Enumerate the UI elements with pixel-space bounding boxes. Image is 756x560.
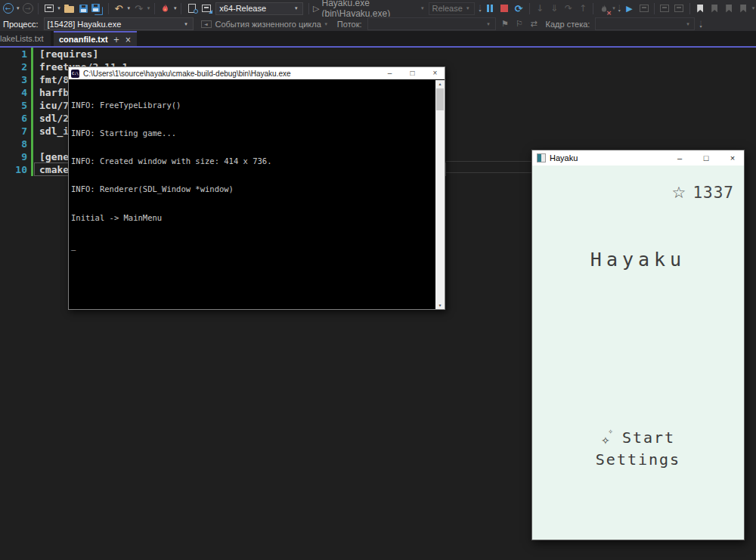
tab-cmakelists[interactable]: lakeLists.txt [0, 31, 51, 46]
swap-icon: ⇄ [530, 19, 537, 29]
scroll-down-icon[interactable]: ▾ [435, 302, 445, 309]
line-number: 6 [0, 113, 27, 124]
show-next-statement-icon: ↓ [536, 3, 544, 14]
minimize-button[interactable]: – [380, 67, 399, 79]
flag-threads-button[interactable]: ⚑ [499, 17, 512, 31]
console-scrollbar[interactable]: ▴ ▾ [435, 80, 445, 309]
tab-label: conanfile.txt [59, 35, 108, 44]
menu-item-start[interactable]: ✧ ✧ Start [601, 429, 675, 447]
undo-button[interactable]: ↶ [112, 2, 125, 15]
close-icon[interactable]: × [125, 36, 131, 44]
step-over-button[interactable]: ↷ [562, 2, 575, 15]
previous-bookmark-button[interactable] [708, 2, 721, 15]
save-button[interactable] [77, 2, 90, 15]
breakpoint-tool-button[interactable] [658, 2, 671, 15]
chevron-down-icon[interactable]: ▾ [611, 5, 616, 11]
solution-config-combo[interactable]: x64-Release ▾ [215, 2, 303, 15]
navigate-forward-button[interactable]: → [21, 2, 34, 15]
find-in-files-button[interactable] [185, 2, 198, 15]
console-cursor: _ [71, 241, 435, 250]
pause-button[interactable] [484, 2, 497, 15]
close-button[interactable]: × [721, 150, 744, 166]
scrollbar-thumb[interactable] [436, 88, 444, 110]
app-icon [537, 153, 546, 162]
flag-current-thread-button[interactable]: ⚐ [513, 17, 526, 31]
breakpoint-window-icon [660, 5, 669, 12]
lifecycle-events-button[interactable]: ◄ [200, 17, 213, 31]
separator [181, 3, 181, 14]
stop-button[interactable] [498, 2, 511, 15]
chevron-down-icon[interactable]: ▾ [56, 5, 61, 11]
process-combo[interactable]: [15428] Hayaku.exe ▾ [44, 17, 194, 30]
new-window-button[interactable] [42, 2, 55, 15]
scroll-up-icon[interactable]: ▴ [435, 80, 445, 88]
chevron-down-icon[interactable]: ▾ [15, 5, 20, 11]
line-number: 10 [0, 164, 27, 175]
toggle-suppress-button[interactable]: ⇄ [528, 17, 541, 31]
editor-line[interactable]: 1[requires] [0, 48, 559, 60]
next-bookmark-button[interactable] [723, 2, 736, 15]
ide-window: ← ▾ → ▾ ↶ ▾ ↷ ▾ [0, 0, 756, 560]
minimize-button[interactable]: – [668, 150, 691, 166]
diagnostics-button[interactable] [637, 2, 650, 15]
bookmark-next-icon [726, 5, 732, 13]
run-to-cursor-button[interactable]: ▶ [623, 2, 636, 15]
close-button[interactable]: × [426, 67, 445, 79]
apply-code-changes-button[interactable]: × [597, 2, 610, 15]
line-text: sdl_i [39, 125, 69, 137]
console-output[interactable]: INFO: FreeTypeLibrary() INFO: Starting g… [69, 80, 435, 309]
line-number: 1 [0, 48, 27, 60]
hot-reload-button[interactable] [159, 2, 172, 15]
open-file-button[interactable] [63, 2, 76, 15]
line-number: 9 [0, 151, 27, 162]
chevron-down-icon[interactable]: ▾ [172, 5, 178, 11]
chevron-down-icon: ▾ [464, 5, 471, 11]
tab-conanfile[interactable]: conanfile.txt + × [54, 31, 137, 46]
chevron-down-icon[interactable]: ▾ [323, 21, 330, 27]
step-into-button[interactable]: ⇓ [547, 2, 560, 15]
build-config-value: Release [432, 4, 465, 13]
star-icon: ☆ [672, 184, 686, 202]
save-icon [79, 5, 88, 13]
toggle-bookmark-button[interactable] [694, 2, 707, 15]
solution-explorer-sync-button[interactable] [200, 2, 212, 15]
restart-icon: ⟳ [515, 3, 523, 14]
bookmark-clear-icon [740, 5, 746, 13]
pin-icon[interactable]: + [113, 36, 119, 44]
change-gutter [31, 60, 33, 73]
memory-tool-button[interactable] [673, 2, 686, 15]
redo-button[interactable]: ↷ [132, 2, 145, 15]
clear-bookmarks-button[interactable] [737, 2, 750, 15]
show-next-statement-button[interactable]: ↓ [533, 2, 546, 15]
chevron-down-icon[interactable]: ▾ [125, 5, 131, 11]
toolbar-standard: ← ▾ → ▾ ↶ ▾ ↷ ▾ [0, 0, 756, 17]
new-window-icon [45, 5, 54, 12]
stack-frame-combo[interactable]: ▾ [595, 17, 695, 30]
toolbar-overflow[interactable]: ⋮ ▾ [697, 20, 704, 28]
toolbar-overflow[interactable]: ⋮ ▾ [477, 5, 482, 12]
start-debug-button[interactable]: ▷ Hayaku.exe (bin\Hayaku.exe) ▾ [313, 2, 426, 15]
save-all-button[interactable] [91, 2, 104, 15]
maximize-button[interactable]: □ [695, 150, 717, 166]
build-config-combo[interactable]: Release ▾ [429, 2, 476, 15]
navigate-forward-icon: → [23, 3, 33, 14]
restart-button[interactable]: ⟳ [513, 2, 525, 15]
separator [108, 3, 109, 14]
maximize-button[interactable]: □ [403, 67, 422, 79]
thread-combo[interactable]: ▾ [367, 17, 496, 30]
process-label: Процесс: [3, 20, 39, 29]
chevron-down-icon[interactable]: ▾ [751, 5, 756, 11]
menu-item-settings[interactable]: Settings [596, 450, 680, 469]
line-number: 3 [0, 74, 27, 85]
stack-frame-label: Кадр стека: [546, 20, 590, 29]
lifecycle-events-label[interactable]: События жизненного цикла [215, 20, 321, 29]
toolbar-overflow[interactable]: ⋮ ▾ [617, 5, 622, 12]
chevron-down-icon[interactable]: ▾ [146, 5, 151, 11]
console-title-bar[interactable]: C:\ C:\Users\1\source\hayaku\cmake-build… [69, 67, 445, 79]
navigate-back-button[interactable]: ← [2, 2, 14, 15]
chevron-down-icon: ▾ [699, 24, 702, 28]
menu-item-label: Start [622, 429, 675, 447]
step-out-button[interactable]: ↑ [576, 2, 589, 15]
game-title-bar[interactable]: Hayaku – □ × [532, 150, 744, 166]
find-in-files-icon [188, 4, 196, 13]
